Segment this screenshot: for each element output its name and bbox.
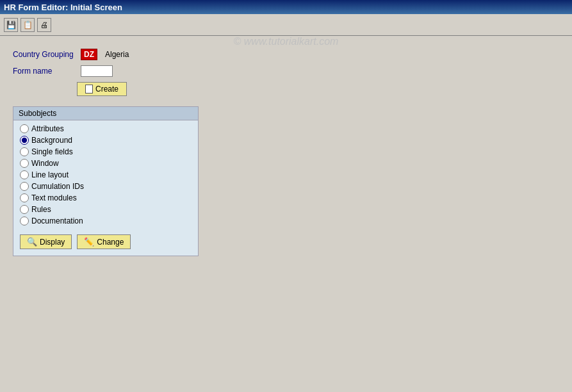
create-doc-icon (85, 85, 93, 94)
display-button[interactable]: 🔍 Display (20, 234, 72, 249)
radio-cumulation-ids[interactable]: Cumulation IDs (20, 182, 192, 191)
country-code-badge: DZ (81, 49, 97, 60)
radio-cumulation-ids-input[interactable] (20, 182, 29, 191)
radio-rules-label: Rules (31, 205, 51, 214)
form-name-label: Form name (13, 67, 77, 76)
radio-attributes-input[interactable] (20, 124, 29, 133)
radio-single-fields[interactable]: Single fields (20, 147, 192, 156)
change-button-label: Change (97, 238, 124, 247)
radio-documentation[interactable]: Documentation (20, 216, 192, 225)
form-name-input[interactable] (81, 65, 113, 77)
subobjects-footer: 🔍 Display ✏️ Change (13, 229, 198, 249)
radio-single-fields-input[interactable] (20, 147, 29, 156)
radio-single-fields-label: Single fields (31, 147, 73, 156)
glasses-icon: 🔍 (27, 237, 37, 247)
copy-button[interactable]: 📋 (20, 18, 35, 32)
radio-attributes-label: Attributes (31, 124, 64, 133)
radio-background-label: Background (31, 136, 72, 145)
subobjects-title: Subobjects (13, 107, 198, 120)
window-title: HR Form Editor: Initial Screen (4, 3, 122, 12)
subobjects-panel: Subobjects Attributes Background Single … (13, 106, 199, 256)
create-button[interactable]: Create (77, 82, 127, 96)
radio-line-layout[interactable]: Line layout (20, 170, 192, 179)
radio-documentation-input[interactable] (20, 216, 29, 225)
subobjects-list: Attributes Background Single fields Wind… (13, 120, 198, 229)
form-name-row: Form name (13, 65, 559, 77)
country-grouping-label: Country Grouping (13, 50, 77, 59)
radio-cumulation-ids-label: Cumulation IDs (31, 182, 84, 191)
radio-attributes[interactable]: Attributes (20, 124, 192, 133)
display-button-label: Display (40, 238, 65, 247)
main-content: Country Grouping DZ Algeria Form name Cr… (0, 36, 572, 269)
radio-documentation-label: Documentation (31, 216, 83, 225)
radio-line-layout-input[interactable] (20, 170, 29, 179)
country-name-text: Algeria (105, 50, 129, 59)
radio-text-modules-label: Text modules (31, 193, 77, 202)
radio-background[interactable]: Background (20, 136, 192, 145)
radio-text-modules-input[interactable] (20, 193, 29, 202)
print-button[interactable]: 🖨 (37, 18, 51, 32)
country-grouping-row: Country Grouping DZ Algeria (13, 49, 559, 60)
radio-rules-input[interactable] (20, 205, 29, 214)
create-button-label: Create (95, 85, 118, 94)
save-button[interactable]: 💾 (4, 18, 18, 32)
pencil-icon: ✏️ (84, 237, 94, 247)
radio-window-label: Window (31, 159, 59, 168)
radio-window-input[interactable] (20, 159, 29, 168)
radio-background-input[interactable] (20, 136, 29, 145)
toolbar: 💾 📋 🖨 (0, 14, 572, 36)
radio-rules[interactable]: Rules (20, 205, 192, 214)
change-button[interactable]: ✏️ Change (77, 234, 131, 249)
radio-text-modules[interactable]: Text modules (20, 193, 192, 202)
radio-window[interactable]: Window (20, 159, 192, 168)
radio-line-layout-label: Line layout (31, 170, 69, 179)
